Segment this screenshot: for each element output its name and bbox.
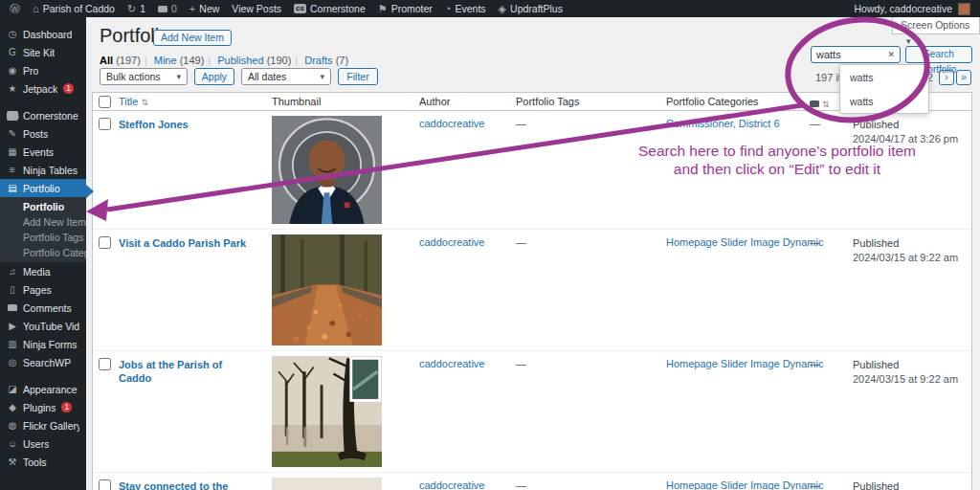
chevron-down-icon: ▾ <box>176 69 181 84</box>
updates-icon: ↻ <box>127 4 136 14</box>
sidebar-item-comments[interactable]: Comments <box>0 299 86 317</box>
sidebar-item-cornerstone[interactable]: cs Cornerstone <box>0 106 86 124</box>
search-suggestion[interactable]: watts <box>840 65 928 89</box>
new-menu[interactable]: + New <box>189 3 219 14</box>
sidebar-item-jetpack[interactable]: ★ Jetpack 1 <box>0 79 86 98</box>
dates-filter-value: All dates <box>248 69 286 84</box>
sidebar-item-label: Flickr Gallery <box>23 420 79 432</box>
forms-icon: ▥ <box>7 340 18 349</box>
row-comments: — <box>810 479 820 490</box>
row-title-link[interactable]: Steffon Jones <box>119 118 257 131</box>
user-icon: ☺ <box>7 439 18 449</box>
search-suggestion[interactable]: watts <box>840 89 928 113</box>
events-menu[interactable]: ◔ Events <box>445 3 486 14</box>
row-category-link[interactable]: Commissioner, District 6 <box>666 118 780 129</box>
events-label: Events <box>455 3 485 14</box>
sidebar-item-searchwp[interactable]: ◎ SearchWP <box>0 353 86 371</box>
clear-search-icon[interactable]: ✕ <box>887 50 895 59</box>
view-posts-label: View Posts <box>232 3 281 14</box>
sidebar-item-label: Cornerstone <box>23 110 78 122</box>
wordpress-logo-icon[interactable]: Ⓦ <box>10 4 20 14</box>
filter-published-link[interactable]: Published <box>217 55 263 66</box>
sidebar-item-users[interactable]: ☺ Users <box>0 434 86 453</box>
search-input[interactable] <box>816 49 883 60</box>
user-avatar[interactable] <box>958 3 970 15</box>
thumbnail-bayou-photo <box>272 356 382 467</box>
filter-all-link[interactable]: All <box>100 55 113 66</box>
bulk-actions-select[interactable]: Bulk actions ▾ <box>100 68 188 85</box>
row-author-link[interactable]: caddocreative <box>419 479 485 490</box>
row-author-link[interactable]: caddocreative <box>419 358 485 369</box>
sidebar-item-label: Posts <box>23 128 48 140</box>
column-header-comments[interactable]: ⇅ <box>810 98 830 109</box>
media-icon: ♫ <box>7 267 18 277</box>
sidebar-item-pro[interactable]: ◉ Pro <box>0 61 86 79</box>
row-checkbox[interactable] <box>99 118 111 130</box>
submenu-item-add-new-item[interactable]: Add New Item <box>0 214 86 230</box>
sidebar-item-ninja-tables-pro[interactable]: ≡ Ninja Tables Pro <box>0 161 86 179</box>
row-category-link[interactable]: Homepage Slider Image Dynamic <box>666 236 823 248</box>
sidebar-item-label: Events <box>23 146 54 158</box>
sidebar-item-events[interactable]: ▦ Events <box>0 143 86 161</box>
updates-menu[interactable]: ↻ 1 <box>127 3 145 14</box>
row-author-link[interactable]: caddocreative <box>419 118 485 129</box>
search-field-wrap: ✕ <box>811 46 901 63</box>
sidebar-item-dashboard[interactable]: ◷ Dashboard <box>0 25 86 43</box>
sidebar-item-pages[interactable]: ▯ Pages <box>0 280 86 299</box>
sidebar-item-plugins[interactable]: ◆ Plugins 1 <box>0 398 86 416</box>
sidebar-item-appearance[interactable]: ◪ Appearance <box>0 380 86 398</box>
sidebar-item-tools[interactable]: ⚒ Tools <box>0 453 86 471</box>
submenu-item-portfolio-categories[interactable]: Portfolio Categories <box>0 245 86 260</box>
add-new-item-button[interactable]: Add New Item <box>153 30 232 46</box>
filter-mine-count: (149) <box>180 55 205 66</box>
row-checkbox[interactable] <box>99 479 111 490</box>
table-row: Visit a Caddo Parish Park caddocreative … <box>93 230 971 351</box>
row-title-link[interactable]: Visit a Caddo Parish Park <box>119 236 257 250</box>
filter-drafts-link[interactable]: Drafts <box>304 55 332 66</box>
sidebar-item-label: SearchWP <box>23 357 71 368</box>
filter-mine-link[interactable]: Mine <box>154 55 177 66</box>
sidebar-item-youtube-videos[interactable]: ▶ YouTube Videos <box>0 317 86 335</box>
filter-button[interactable]: Filter <box>338 68 378 85</box>
sidebar-item-media[interactable]: ♫ Media <box>0 262 86 280</box>
sidebar-item-posts[interactable]: ✎ Posts <box>0 124 86 143</box>
sidebar-item-ninja-forms[interactable]: ▥ Ninja Forms <box>0 335 86 353</box>
sidebar-item-label: YouTube Videos <box>23 321 79 332</box>
select-all-checkbox[interactable] <box>99 96 111 108</box>
filter-separator: | <box>204 55 214 66</box>
sidebar-item-site-kit[interactable]: G Site Kit <box>0 43 86 61</box>
screen-options-label: Screen Options <box>901 19 969 31</box>
row-title-link[interactable]: Stay connected to the Parish of <box>119 479 253 490</box>
row-tags: — <box>516 358 526 369</box>
submenu-item-portfolio-tags[interactable]: Portfolio Tags <box>0 230 86 245</box>
new-label: New <box>199 3 219 14</box>
events-calendar-icon: ▦ <box>7 147 18 157</box>
last-page-button[interactable]: » <box>956 70 971 85</box>
howdy-account-menu[interactable]: Howdy, caddocreative <box>854 3 952 14</box>
sidebar-item-portfolio[interactable]: ▤ Portfolio <box>0 179 86 197</box>
pages-icon: ▯ <box>7 285 18 295</box>
site-kit-icon: G <box>7 48 18 57</box>
search-portfolio-button[interactable]: Search Portfolio <box>905 46 972 63</box>
row-category-link[interactable]: Homepage Slider Image Dynamic <box>666 358 823 369</box>
sidebar-item-flickr-gallery[interactable]: ◍ Flickr Gallery <box>0 416 86 434</box>
submenu-item-portfolio[interactable]: Portfolio <box>0 199 86 214</box>
filter-separator: | <box>291 55 301 66</box>
updraftplus-menu[interactable]: ◈ UpdraftPlus <box>499 3 563 14</box>
column-header-title[interactable]: Title ⇅ <box>119 96 148 107</box>
row-checkbox[interactable] <box>99 358 111 370</box>
view-posts-menu[interactable]: View Posts <box>232 3 281 14</box>
tools-wrench-icon: ⚒ <box>7 457 18 467</box>
row-title-link[interactable]: Jobs at the Parish of Caddo <box>119 358 257 386</box>
dates-filter-select[interactable]: All dates ▾ <box>241 68 331 85</box>
comments-menu[interactable]: 0 <box>158 3 177 14</box>
site-name-menu[interactable]: ⌂ Parish of Caddo <box>33 3 115 14</box>
row-checkbox[interactable] <box>99 236 111 249</box>
apply-button[interactable]: Apply <box>194 68 234 85</box>
row-author-link[interactable]: caddocreative <box>419 236 485 248</box>
screen-options-button[interactable]: Screen Options ▾ <box>892 17 980 34</box>
sidebar-item-label: Appearance <box>23 384 78 395</box>
promoter-menu[interactable]: ⚑ Promoter <box>378 3 433 14</box>
row-category-link[interactable]: Homepage Slider Image Dynamic <box>666 479 823 490</box>
cornerstone-menu[interactable]: cs Cornerstone <box>294 3 366 14</box>
